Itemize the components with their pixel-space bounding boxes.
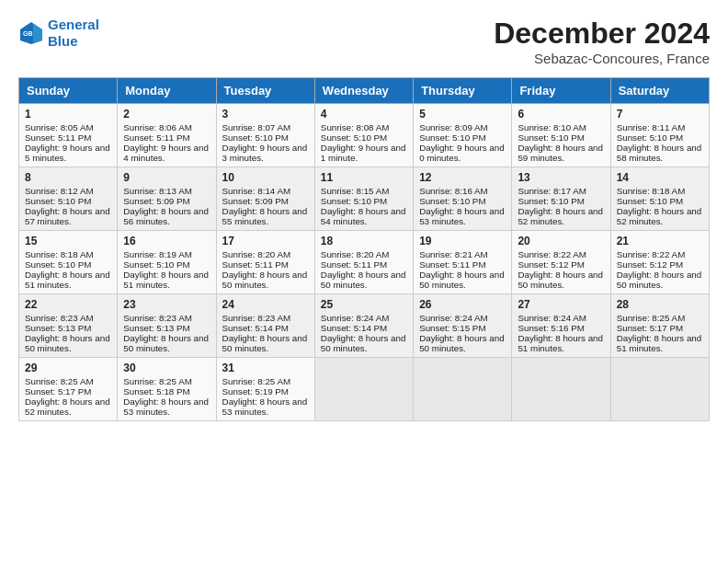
sunset-text: Sunset: 5:11 PM bbox=[419, 259, 485, 270]
calendar-cell: 2Sunrise: 8:06 AMSunset: 5:11 PMDaylight… bbox=[118, 104, 216, 167]
sunset-text: Sunset: 5:19 PM bbox=[222, 386, 289, 396]
day-number: 10 bbox=[222, 171, 309, 184]
calendar-cell bbox=[314, 358, 413, 421]
sunrise-text: Sunrise: 8:18 AM bbox=[617, 186, 686, 196]
calendar-cell: 10Sunrise: 8:14 AMSunset: 5:09 PMDayligh… bbox=[216, 167, 314, 231]
daylight-text: Daylight: 8 hours and 54 minutes. bbox=[321, 206, 406, 226]
calendar-cell: 4Sunrise: 8:08 AMSunset: 5:10 PMDaylight… bbox=[314, 104, 413, 167]
sunrise-text: Sunrise: 8:06 AM bbox=[123, 122, 192, 132]
day-number: 25 bbox=[321, 298, 407, 311]
header-day-saturday: Saturday bbox=[610, 78, 709, 104]
logo-line2: Blue bbox=[48, 33, 78, 49]
day-number: 5 bbox=[419, 108, 506, 121]
day-number: 19 bbox=[419, 235, 506, 247]
day-number: 7 bbox=[617, 108, 703, 121]
sunset-text: Sunset: 5:10 PM bbox=[222, 132, 289, 143]
sunrise-text: Sunrise: 8:18 AM bbox=[25, 249, 94, 259]
sunrise-text: Sunrise: 8:24 AM bbox=[419, 313, 488, 323]
header-day-friday: Friday bbox=[512, 78, 610, 104]
sunset-text: Sunset: 5:10 PM bbox=[25, 259, 91, 270]
daylight-text: Daylight: 8 hours and 52 minutes. bbox=[25, 396, 110, 417]
calendar-cell: 26Sunrise: 8:24 AMSunset: 5:15 PMDayligh… bbox=[414, 294, 512, 358]
day-number: 12 bbox=[419, 171, 506, 184]
week-row-1: 1Sunrise: 8:05 AMSunset: 5:11 PMDaylight… bbox=[19, 104, 710, 167]
sunrise-text: Sunrise: 8:25 AM bbox=[222, 376, 291, 386]
sunrise-text: Sunrise: 8:25 AM bbox=[25, 376, 94, 386]
logo-text: General Blue bbox=[48, 17, 99, 50]
header: GB General Blue December 2024 Sebazac-Co… bbox=[18, 17, 710, 66]
day-number: 11 bbox=[321, 171, 407, 184]
daylight-text: Daylight: 8 hours and 50 minutes. bbox=[222, 333, 308, 353]
calendar-cell: 19Sunrise: 8:21 AMSunset: 5:11 PMDayligh… bbox=[414, 231, 512, 294]
sunset-text: Sunset: 5:14 PM bbox=[222, 323, 289, 333]
sunset-text: Sunset: 5:10 PM bbox=[321, 132, 387, 143]
sunset-text: Sunset: 5:16 PM bbox=[518, 323, 584, 333]
sunrise-text: Sunrise: 8:20 AM bbox=[222, 249, 291, 259]
calendar-cell: 11Sunrise: 8:15 AMSunset: 5:10 PMDayligh… bbox=[314, 167, 413, 231]
sunset-text: Sunset: 5:09 PM bbox=[222, 196, 289, 206]
daylight-text: Daylight: 8 hours and 50 minutes. bbox=[419, 333, 505, 353]
sunrise-text: Sunrise: 8:05 AM bbox=[25, 122, 94, 132]
day-number: 2 bbox=[123, 108, 210, 121]
sunrise-text: Sunrise: 8:21 AM bbox=[419, 249, 488, 259]
sunset-text: Sunset: 5:18 PM bbox=[123, 386, 189, 396]
daylight-text: Daylight: 8 hours and 51 minutes. bbox=[25, 270, 110, 290]
calendar-cell: 22Sunrise: 8:23 AMSunset: 5:13 PMDayligh… bbox=[19, 294, 118, 358]
sunrise-text: Sunrise: 8:14 AM bbox=[222, 186, 291, 196]
day-number: 3 bbox=[222, 108, 309, 121]
sunset-text: Sunset: 5:12 PM bbox=[518, 259, 584, 270]
calendar-table: SundayMondayTuesdayWednesdayThursdayFrid… bbox=[18, 77, 710, 421]
calendar-cell: 16Sunrise: 8:19 AMSunset: 5:10 PMDayligh… bbox=[118, 231, 216, 294]
month-year: December 2024 bbox=[494, 17, 710, 51]
sunset-text: Sunset: 5:10 PM bbox=[518, 132, 584, 143]
daylight-text: Daylight: 8 hours and 51 minutes. bbox=[518, 333, 603, 353]
day-number: 28 bbox=[617, 298, 703, 311]
calendar-cell: 31Sunrise: 8:25 AMSunset: 5:19 PMDayligh… bbox=[216, 358, 314, 421]
day-number: 8 bbox=[25, 171, 111, 184]
calendar-cell: 3Sunrise: 8:07 AMSunset: 5:10 PMDaylight… bbox=[216, 104, 314, 167]
daylight-text: Daylight: 8 hours and 51 minutes. bbox=[617, 333, 702, 353]
daylight-text: Daylight: 8 hours and 50 minutes. bbox=[321, 333, 406, 353]
calendar-body: 1Sunrise: 8:05 AMSunset: 5:11 PMDaylight… bbox=[19, 104, 710, 421]
day-number: 18 bbox=[321, 235, 407, 247]
calendar-cell bbox=[512, 358, 610, 421]
sunset-text: Sunset: 5:14 PM bbox=[321, 323, 387, 333]
daylight-text: Daylight: 8 hours and 56 minutes. bbox=[123, 206, 209, 226]
sunrise-text: Sunrise: 8:25 AM bbox=[617, 313, 686, 323]
day-number: 6 bbox=[518, 108, 604, 121]
logo-icon: GB bbox=[18, 20, 44, 46]
day-number: 9 bbox=[123, 171, 210, 184]
sunset-text: Sunset: 5:10 PM bbox=[617, 132, 683, 143]
daylight-text: Daylight: 8 hours and 58 minutes. bbox=[617, 143, 702, 163]
sunset-text: Sunset: 5:11 PM bbox=[222, 259, 289, 270]
daylight-text: Daylight: 8 hours and 50 minutes. bbox=[123, 333, 209, 353]
calendar-cell bbox=[414, 358, 512, 421]
sunrise-text: Sunrise: 8:12 AM bbox=[25, 186, 94, 196]
sunrise-text: Sunrise: 8:23 AM bbox=[123, 313, 192, 323]
calendar-cell: 15Sunrise: 8:18 AMSunset: 5:10 PMDayligh… bbox=[19, 231, 118, 294]
week-row-2: 8Sunrise: 8:12 AMSunset: 5:10 PMDaylight… bbox=[19, 167, 710, 231]
daylight-text: Daylight: 8 hours and 50 minutes. bbox=[419, 270, 505, 290]
calendar-cell: 6Sunrise: 8:10 AMSunset: 5:10 PMDaylight… bbox=[512, 104, 610, 167]
daylight-text: Daylight: 8 hours and 50 minutes. bbox=[321, 270, 406, 290]
sunrise-text: Sunrise: 8:22 AM bbox=[518, 249, 586, 259]
calendar-cell: 30Sunrise: 8:25 AMSunset: 5:18 PMDayligh… bbox=[118, 358, 216, 421]
daylight-text: Daylight: 8 hours and 50 minutes. bbox=[222, 270, 308, 290]
daylight-text: Daylight: 8 hours and 51 minutes. bbox=[123, 270, 209, 290]
sunset-text: Sunset: 5:11 PM bbox=[25, 132, 91, 143]
sunrise-text: Sunrise: 8:23 AM bbox=[25, 313, 94, 323]
sunrise-text: Sunrise: 8:15 AM bbox=[321, 186, 390, 196]
day-number: 13 bbox=[518, 171, 604, 184]
sunrise-text: Sunrise: 8:10 AM bbox=[518, 122, 586, 132]
calendar-cell bbox=[610, 358, 709, 421]
calendar-cell: 7Sunrise: 8:11 AMSunset: 5:10 PMDaylight… bbox=[610, 104, 709, 167]
sunset-text: Sunset: 5:13 PM bbox=[123, 323, 189, 333]
sunrise-text: Sunrise: 8:19 AM bbox=[123, 249, 192, 259]
daylight-text: Daylight: 8 hours and 55 minutes. bbox=[222, 206, 308, 226]
day-number: 21 bbox=[617, 235, 703, 247]
svg-marker-1 bbox=[33, 24, 42, 42]
header-day-tuesday: Tuesday bbox=[216, 78, 314, 104]
daylight-text: Daylight: 8 hours and 50 minutes. bbox=[25, 333, 110, 353]
sunrise-text: Sunrise: 8:09 AM bbox=[419, 122, 488, 132]
day-number: 14 bbox=[617, 171, 703, 184]
